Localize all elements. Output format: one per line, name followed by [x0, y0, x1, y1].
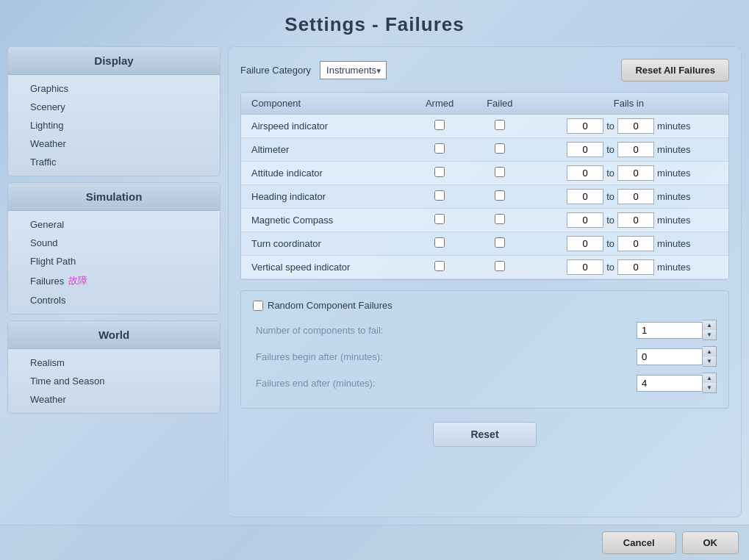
failures-label: Failures	[30, 276, 64, 287]
fails-from-input[interactable]	[567, 189, 603, 204]
fails-in-cell: to minutes	[529, 232, 728, 256]
random-failures-label: Random Component Failures	[268, 300, 393, 311]
reset-button[interactable]: Reset	[433, 422, 536, 447]
spinner-down[interactable]: ▼	[703, 383, 716, 392]
fails-from-input[interactable]	[567, 259, 603, 275]
fails-from-input[interactable]	[567, 165, 603, 181]
failed-checkbox[interactable]	[495, 237, 505, 248]
spinner-up[interactable]: ▲	[703, 373, 716, 383]
fails-to-input[interactable]	[617, 118, 654, 134]
minutes-label: minutes	[657, 262, 691, 273]
armed-checkbox[interactable]	[434, 214, 445, 224]
sidebar-item-lighting[interactable]: Lighting	[8, 116, 220, 134]
fails-in-cell: to minutes	[529, 209, 728, 232]
armed-checkbox[interactable]	[434, 261, 445, 271]
sidebar-item-sound[interactable]: Sound	[8, 234, 220, 252]
armed-checkbox[interactable]	[434, 120, 445, 130]
fails-to-input[interactable]	[617, 212, 654, 228]
sidebar-item-failures[interactable]: Failures 故障	[8, 270, 220, 291]
fails-to-input[interactable]	[617, 259, 654, 275]
armed-cell	[409, 162, 470, 185]
sidebar-item-scenery[interactable]: Scenery	[8, 98, 220, 116]
spinner-input[interactable]	[637, 348, 703, 365]
components-table: Component Armed Failed Fails in Airspeed…	[241, 93, 728, 279]
table-row: Vertical speed indicator to minutes	[241, 256, 728, 279]
random-failures-box: Random Component Failures Number of comp…	[240, 290, 729, 409]
fails-from-input[interactable]	[567, 118, 603, 134]
sidebar-item-realism[interactable]: Realism	[8, 353, 220, 372]
sidebar-item-graphics[interactable]: Graphics	[8, 79, 220, 98]
failed-cell	[470, 162, 529, 185]
fails-to-input[interactable]	[617, 189, 654, 204]
sidebar-item-weather-world[interactable]: Weather	[8, 390, 220, 409]
spinner-input[interactable]	[637, 322, 703, 339]
component-name: Attitude indicator	[241, 162, 409, 185]
fails-in-cell: to minutes	[529, 256, 728, 279]
armed-cell	[409, 138, 470, 162]
spinner-up[interactable]: ▲	[703, 320, 716, 330]
col-header-failed: Failed	[470, 93, 529, 115]
failed-cell	[470, 256, 529, 279]
armed-cell	[409, 232, 470, 256]
fails-from-input[interactable]	[567, 142, 603, 157]
table-row: Heading indicator to minutes	[241, 185, 728, 209]
fails-in-cell: to minutes	[529, 115, 728, 138]
bottom-row: Reset	[240, 419, 729, 450]
sidebar-item-controls[interactable]: Controls	[8, 291, 220, 309]
component-name: Turn coordinator	[241, 232, 409, 256]
fails-to-input[interactable]	[617, 236, 654, 251]
failed-checkbox[interactable]	[495, 190, 505, 201]
minutes-label: minutes	[657, 168, 691, 179]
failed-checkbox[interactable]	[495, 214, 505, 224]
to-label: to	[606, 262, 614, 273]
to-label: to	[606, 191, 614, 202]
spinner-buttons: ▲ ▼	[703, 346, 717, 367]
to-label: to	[606, 121, 614, 132]
minutes-label: minutes	[657, 215, 691, 226]
minutes-label: minutes	[657, 144, 691, 155]
armed-cell	[409, 185, 470, 209]
failed-checkbox[interactable]	[495, 120, 505, 130]
spinner-down[interactable]: ▼	[703, 330, 716, 340]
table-row: Attitude indicator to minutes	[241, 162, 728, 185]
failure-category-select[interactable]: Instruments Engines Fuel System Hydrauli…	[320, 61, 387, 79]
spinner-up[interactable]: ▲	[703, 347, 716, 356]
component-name: Airspeed indicator	[241, 115, 409, 138]
category-row: Failure Category Instruments Engines Fue…	[240, 59, 729, 82]
spinner-wrapper: ▲ ▼	[637, 320, 717, 340]
cancel-button[interactable]: Cancel	[602, 531, 676, 554]
fails-to-input[interactable]	[617, 142, 654, 157]
fails-to-input[interactable]	[617, 165, 654, 181]
armed-checkbox[interactable]	[434, 143, 445, 154]
reset-all-failures-button[interactable]: Reset All Failures	[621, 59, 729, 82]
component-name: Heading indicator	[241, 185, 409, 209]
table-row: Altimeter to minutes	[241, 138, 728, 162]
failed-cell	[470, 232, 529, 256]
armed-cell	[409, 115, 470, 138]
sidebar-item-general[interactable]: General	[8, 215, 220, 234]
fails-from-input[interactable]	[567, 236, 603, 251]
to-label: to	[606, 238, 614, 249]
random-failures-checkbox[interactable]	[253, 301, 263, 311]
ok-button[interactable]: OK	[682, 531, 739, 554]
armed-checkbox[interactable]	[434, 237, 445, 248]
sidebar-item-traffic[interactable]: Traffic	[8, 153, 220, 171]
sidebar-item-flight-path[interactable]: Flight Path	[8, 252, 220, 270]
failed-checkbox[interactable]	[495, 143, 505, 154]
fails-in-cell: to minutes	[529, 162, 728, 185]
random-row: Number of components to fail: ▲ ▼	[253, 320, 717, 340]
failed-checkbox[interactable]	[495, 261, 505, 271]
failed-cell	[470, 185, 529, 209]
armed-checkbox[interactable]	[434, 190, 445, 201]
sidebar-section-simulation-header: Simulation	[8, 183, 220, 211]
fails-from-input[interactable]	[567, 212, 603, 228]
armed-checkbox[interactable]	[434, 167, 445, 177]
sidebar-item-time-and-season[interactable]: Time and Season	[8, 372, 220, 390]
sidebar-item-weather[interactable]: Weather	[8, 134, 220, 153]
simulation-items: General Sound Flight Path Failures 故障 Co…	[8, 211, 220, 314]
spinner-down[interactable]: ▼	[703, 356, 716, 366]
random-row-label: Failures begin after (minutes):	[256, 351, 637, 362]
minutes-label: minutes	[657, 238, 691, 249]
spinner-input[interactable]	[637, 375, 703, 392]
failed-checkbox[interactable]	[495, 167, 505, 177]
